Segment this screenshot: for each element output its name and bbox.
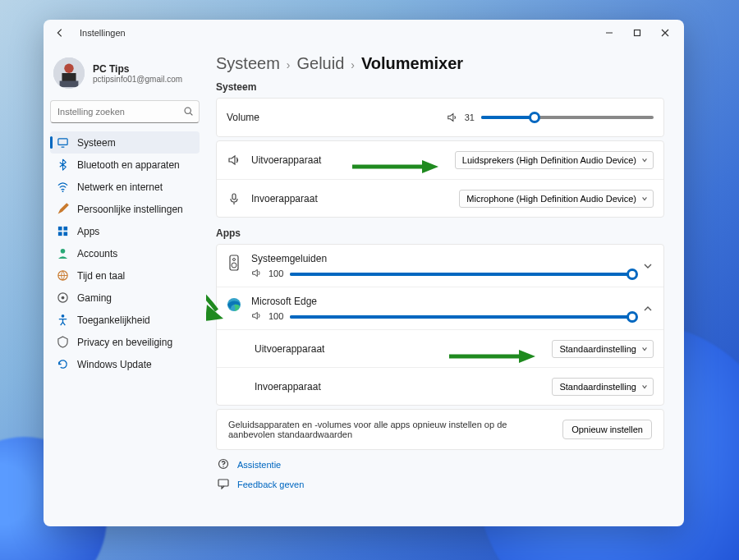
chevron-down-icon bbox=[641, 157, 648, 163]
system-volume-card: Volume 31 bbox=[216, 98, 664, 137]
breadcrumb-geluid[interactable]: Geluid bbox=[296, 54, 344, 73]
svg-point-28 bbox=[223, 466, 223, 467]
app-volume-slider[interactable] bbox=[290, 315, 632, 319]
minimize-button[interactable] bbox=[595, 21, 623, 44]
chevron-down-icon bbox=[641, 346, 648, 352]
link-label: Assistentie bbox=[237, 460, 281, 470]
link-feedback[interactable]: Feedback geven bbox=[218, 478, 664, 491]
svg-rect-0 bbox=[635, 30, 640, 36]
speaker-icon bbox=[251, 268, 262, 278]
nav-label: Persoonlijke instellingen bbox=[77, 204, 183, 215]
svg-point-15 bbox=[62, 296, 65, 300]
nav-label: Gaming bbox=[77, 292, 112, 304]
main-content: Systeem › Geluid › Volumemixer Systeem V… bbox=[206, 46, 684, 526]
link-assist[interactable]: Assistentie bbox=[218, 458, 664, 471]
nav-bluetooth[interactable]: Bluetooth en apparaten bbox=[50, 154, 200, 176]
nav-network[interactable]: Netwerk en internet bbox=[50, 176, 200, 198]
app-name: Microsoft Edge bbox=[251, 296, 317, 307]
nav-time[interactable]: Tijd en taal bbox=[50, 264, 200, 287]
back-button[interactable] bbox=[53, 26, 67, 39]
nav-update[interactable]: Windows Update bbox=[50, 353, 200, 375]
volume-slider[interactable] bbox=[481, 116, 654, 119]
svg-point-22 bbox=[233, 259, 236, 261]
app-volume-slider[interactable] bbox=[290, 273, 632, 276]
dropdown-value: Luidsprekers (High Definition Audio Devi… bbox=[462, 155, 636, 165]
svg-point-2 bbox=[64, 64, 73, 73]
apps-icon bbox=[57, 225, 69, 237]
edge-input-row: Invoerapparaat Standaardinstelling bbox=[217, 367, 663, 405]
edge-icon bbox=[227, 297, 241, 312]
chevron-down-icon bbox=[642, 260, 654, 272]
annotation-arrow-icon bbox=[445, 347, 535, 365]
search-box[interactable] bbox=[50, 100, 200, 123]
globe-icon bbox=[57, 269, 69, 282]
volume-value: 31 bbox=[465, 112, 475, 122]
chevron-right-icon: › bbox=[287, 58, 291, 71]
svg-rect-11 bbox=[63, 232, 67, 236]
dropdown-value: Standaardinstelling bbox=[559, 382, 636, 392]
breadcrumb: Systeem › Geluid › Volumemixer bbox=[216, 54, 664, 73]
app-volume-value: 100 bbox=[269, 311, 283, 321]
svg-rect-9 bbox=[63, 227, 67, 231]
microphone-icon bbox=[227, 192, 241, 205]
svg-point-23 bbox=[232, 263, 236, 268]
person-icon bbox=[57, 247, 69, 259]
system-devices-card: Uitvoerapparaat Luidsprekers (High Defin… bbox=[216, 140, 664, 218]
nav-label: Netwerk en internet bbox=[77, 181, 163, 193]
nav-label: Privacy en beveiliging bbox=[77, 337, 172, 348]
nav: Systeem Bluetooth en apparaten Netwerk e… bbox=[50, 131, 200, 375]
nav-label: Toegankelijkheid bbox=[77, 314, 150, 326]
reset-button[interactable]: Opnieuw instellen bbox=[562, 420, 652, 439]
reset-text: Geluidsapparaten en -volumes voor alle a… bbox=[228, 420, 540, 439]
gaming-icon bbox=[57, 291, 69, 304]
nav-gaming[interactable]: Gaming bbox=[50, 287, 200, 309]
annotation-arrow-icon bbox=[348, 158, 438, 176]
accessibility-icon bbox=[57, 314, 69, 326]
maximize-button[interactable] bbox=[623, 21, 651, 44]
input-device-dropdown[interactable]: Microphone (High Definition Audio Device… bbox=[459, 190, 654, 208]
feedback-icon bbox=[218, 478, 229, 491]
svg-rect-4 bbox=[60, 81, 79, 88]
nav-accounts[interactable]: Accounts bbox=[50, 242, 200, 264]
nav-personalization[interactable]: Persoonlijke instellingen bbox=[50, 198, 200, 220]
svg-rect-10 bbox=[58, 232, 62, 236]
close-button[interactable] bbox=[651, 21, 679, 44]
profile[interactable]: PC Tips pctipsinfo01@gmail.com bbox=[50, 53, 200, 95]
speaker-icon bbox=[447, 112, 458, 123]
svg-rect-8 bbox=[58, 227, 62, 231]
search-input[interactable] bbox=[50, 100, 200, 123]
nav-label: Bluetooth en apparaten bbox=[77, 159, 180, 171]
brush-icon bbox=[57, 203, 69, 215]
svg-point-16 bbox=[62, 314, 65, 318]
nav-privacy[interactable]: Privacy en beveiliging bbox=[50, 331, 200, 353]
sidebar: PC Tips pctipsinfo01@gmail.com Systeem B… bbox=[44, 46, 206, 526]
edge-input-dropdown[interactable]: Standaardinstelling bbox=[552, 378, 654, 396]
edge-output-dropdown[interactable]: Standaardinstelling bbox=[552, 340, 654, 358]
edge-input-label: Invoerapparaat bbox=[255, 381, 321, 392]
output-device-dropdown[interactable]: Luidsprekers (High Definition Audio Devi… bbox=[455, 151, 654, 169]
shield-icon bbox=[57, 336, 69, 348]
nav-label: Windows Update bbox=[77, 359, 152, 370]
svg-point-12 bbox=[61, 249, 66, 254]
section-system-heading: Systeem bbox=[216, 81, 664, 93]
chevron-up-icon bbox=[642, 303, 654, 314]
svg-point-7 bbox=[62, 190, 64, 192]
nav-apps[interactable]: Apps bbox=[50, 220, 200, 242]
app-row-edge[interactable]: Microsoft Edge 100 bbox=[217, 287, 663, 329]
nav-accessibility[interactable]: Toegankelijkheid bbox=[50, 309, 200, 331]
breadcrumb-systeem[interactable]: Systeem bbox=[216, 54, 280, 73]
dropdown-value: Standaardinstelling bbox=[559, 344, 636, 354]
edge-output-label: Uitvoerapparaat bbox=[255, 343, 324, 355]
nav-label: Systeem bbox=[77, 137, 116, 149]
nav-systeem[interactable]: Systeem bbox=[50, 131, 200, 154]
svg-rect-29 bbox=[218, 480, 228, 486]
help-icon bbox=[218, 458, 229, 471]
speaker-icon bbox=[251, 310, 262, 321]
svg-point-5 bbox=[185, 108, 190, 113]
app-row-system-sounds[interactable]: Systeemgeluiden 100 bbox=[217, 245, 663, 287]
section-apps-heading: Apps bbox=[216, 227, 664, 239]
page-title: Volumemixer bbox=[361, 54, 463, 73]
avatar bbox=[53, 57, 85, 89]
nav-label: Apps bbox=[77, 226, 99, 237]
app-volume-value: 100 bbox=[269, 269, 283, 278]
